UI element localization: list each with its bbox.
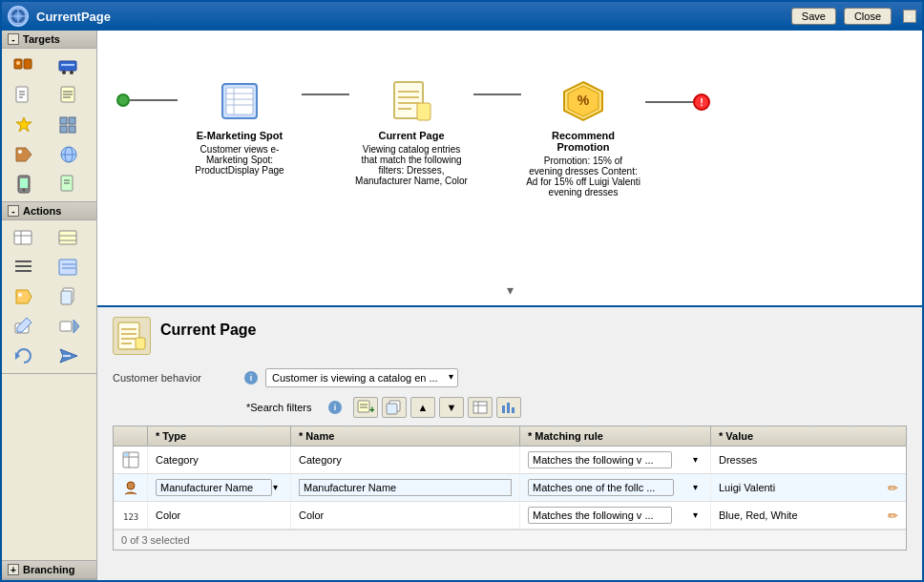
col-header-rule: * Matching rule — [520, 426, 711, 446]
move-down-btn[interactable]: ▼ — [439, 397, 464, 418]
actions-toggle[interactable]: - — [8, 205, 19, 217]
main-window: CurrentPage Save Close ▪ - Targets — [0, 0, 924, 582]
svg-text:%: % — [578, 93, 590, 108]
flowchart-area: E-Marketing Spot Customer views e-Market… — [97, 31, 922, 307]
flow-start-dot — [116, 94, 130, 107]
svg-rect-85 — [473, 402, 487, 413]
emarketspot-icon — [217, 78, 262, 124]
target-person-icon[interactable] — [6, 52, 42, 79]
action-copy-icon[interactable] — [51, 283, 87, 310]
flow-node-promo[interactable]: % Recommend Promotion Promotion: 15% of … — [521, 78, 645, 197]
action-list2-icon[interactable] — [51, 224, 87, 251]
sidebar-actions-header[interactable]: - Actions — [2, 202, 96, 220]
move-up-btn[interactable]: ▲ — [410, 397, 435, 418]
table-row: Manufacturer Name Matches one o — [114, 474, 906, 502]
row3-name-cell: Color — [291, 502, 520, 529]
row2-name-input[interactable] — [299, 479, 512, 496]
table-selection-count: 0 of 3 selected — [121, 534, 190, 546]
svg-text:+: + — [369, 405, 374, 415]
action-edit-icon[interactable] — [6, 313, 42, 340]
targets-toggle[interactable]: - — [8, 33, 19, 45]
close-button[interactable]: Close — [844, 8, 892, 25]
search-filters-info-icon[interactable]: i — [328, 401, 342, 414]
svg-marker-19 — [16, 117, 32, 132]
flow-line-4 — [645, 101, 693, 103]
svg-marker-24 — [16, 148, 32, 161]
row3-edit-icon[interactable]: ✏ — [888, 509, 898, 523]
svg-rect-90 — [512, 407, 514, 413]
target-list-icon[interactable] — [51, 82, 87, 109]
category-type-icon — [121, 450, 140, 469]
customer-behavior-info-icon[interactable]: i — [244, 371, 258, 385]
svg-rect-88 — [502, 405, 505, 413]
target-doc2-icon[interactable] — [51, 171, 87, 197]
currentpage-text: Current Page Viewing catalog entries tha… — [354, 130, 469, 186]
svg-marker-54 — [74, 320, 79, 333]
branching-toggle[interactable]: + — [8, 564, 19, 575]
action-lines-icon[interactable] — [6, 254, 42, 281]
customer-behavior-select[interactable]: Customer is viewing a catalog en ... — [265, 368, 458, 387]
row2-rule-select[interactable]: Matches one of the follc ... — [528, 479, 674, 496]
minimize-button[interactable]: ▪ — [903, 10, 916, 23]
currentpage-desc: Viewing catalog entries that match the f… — [354, 144, 469, 186]
add-filter-btn[interactable]: + — [353, 397, 378, 418]
svg-rect-23 — [69, 126, 75, 133]
window-title: CurrentPage — [36, 10, 784, 24]
sidebar-targets-header[interactable]: - Targets — [2, 31, 96, 49]
actions-icons — [2, 220, 96, 373]
sidebar: - Targets — [2, 31, 97, 580]
action-tag-icon[interactable] — [6, 283, 42, 310]
copy-filter-btn[interactable] — [382, 397, 407, 418]
title-bar: CurrentPage Save Close ▪ — [2, 2, 922, 31]
save-button[interactable]: Save — [791, 8, 836, 25]
target-cart-icon[interactable] — [51, 52, 87, 79]
table-footer: 0 of 3 selected — [114, 530, 906, 550]
flow-container: E-Marketing Spot Customer views e-Market… — [116, 50, 903, 197]
row1-rule-cell[interactable]: Matches the following v ... — [520, 447, 711, 473]
row3-rule-cell[interactable]: Matches the following v ... — [520, 502, 711, 529]
currentpage-icon — [388, 78, 434, 124]
row3-rule-select-wrapper: Matches the following v ... — [528, 507, 703, 524]
target-doc-icon[interactable] — [6, 82, 42, 109]
target-grid-icon[interactable] — [51, 112, 87, 138]
svg-point-31 — [23, 189, 26, 192]
svg-rect-20 — [60, 117, 67, 124]
svg-rect-21 — [69, 117, 75, 124]
target-globe-icon[interactable] — [51, 141, 87, 168]
target-star-icon[interactable] — [6, 112, 42, 138]
row2-rule-cell[interactable]: Matches one of the follc ... — [520, 474, 711, 501]
svg-point-25 — [18, 150, 22, 154]
flow-node-emarketspot[interactable]: E-Marketing Spot Customer views e-Market… — [178, 78, 302, 176]
action-refresh-icon[interactable] — [6, 343, 42, 369]
flow-line-1 — [130, 99, 178, 101]
targets-icons — [2, 49, 96, 201]
search-filters-toolbar: *Search filters i + — [113, 397, 907, 418]
action-table-icon[interactable] — [6, 224, 42, 251]
col-header-type[interactable]: * Type — [148, 426, 291, 446]
row3-rule-select[interactable]: Matches the following v ... — [528, 507, 672, 524]
action-send-icon[interactable] — [51, 343, 87, 369]
svg-rect-53 — [60, 322, 72, 331]
flow-node-currentpage[interactable]: Current Page Viewing catalog entries tha… — [349, 78, 473, 186]
scroll-down-arrow[interactable]: ▾ — [507, 282, 514, 298]
table-header: * Type * Name * Matching rule * Value — [114, 426, 906, 447]
action-arrow-icon[interactable] — [51, 313, 87, 340]
row1-rule-select[interactable]: Matches the following v ... — [528, 451, 672, 468]
chart-view-btn[interactable] — [496, 397, 521, 418]
actions-label: Actions — [23, 205, 61, 217]
row2-edit-icon[interactable]: ✏ — [888, 481, 898, 495]
action-lines2-icon[interactable] — [51, 254, 87, 281]
sidebar-branching-header[interactable]: + Branching — [2, 561, 96, 579]
row3-icon-cell: 123 — [114, 502, 148, 529]
target-phone-icon[interactable] — [6, 171, 42, 197]
row2-type-select[interactable]: Manufacturer Name — [156, 479, 272, 496]
color-type-icon: 123 — [121, 506, 140, 525]
table-view-btn[interactable] — [468, 397, 493, 418]
target-tag2-icon[interactable] — [6, 141, 42, 168]
promo-icon: % — [560, 78, 606, 124]
svg-rect-84 — [387, 404, 397, 414]
svg-rect-5 — [24, 59, 32, 69]
manufacturer-type-icon — [121, 478, 140, 497]
row2-name-cell[interactable] — [291, 474, 520, 501]
svg-point-95 — [127, 482, 135, 489]
